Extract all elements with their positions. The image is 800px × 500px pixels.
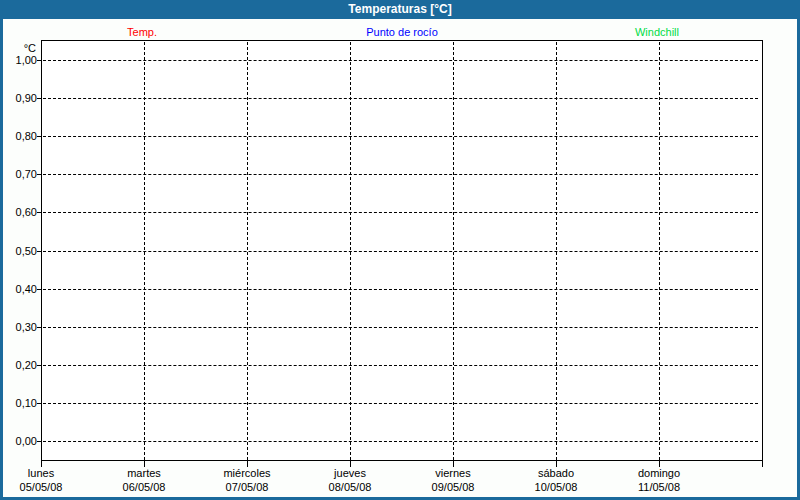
gridline-vertical — [144, 42, 145, 460]
x-axis-tick — [762, 461, 763, 467]
x-day-label: jueves — [334, 467, 366, 479]
y-axis-tick — [37, 441, 41, 442]
y-tick-label: 0,90 — [3, 92, 37, 104]
gridline-vertical — [247, 42, 248, 460]
y-tick-label: 0,20 — [3, 359, 37, 371]
x-axis-tick — [350, 461, 351, 467]
page-title: Temperaturas [°C] — [348, 2, 451, 16]
x-axis-tick — [556, 461, 557, 467]
legend-item-2: Punto de rocío — [366, 26, 438, 38]
chart-content-area: Temp.Punto de rocíoWindchill °C 1,000,90… — [3, 19, 797, 497]
y-axis-tick — [37, 365, 41, 366]
y-axis-tick — [37, 136, 41, 137]
y-tick-label: 0,80 — [3, 130, 37, 142]
x-day-label: sábado — [538, 467, 574, 479]
y-tick-label: 0,70 — [3, 168, 37, 180]
gridline-horizontal — [43, 174, 758, 175]
y-axis-tick — [37, 403, 41, 404]
x-date-label: 08/05/08 — [329, 481, 372, 493]
legend-item-1: Temp. — [127, 26, 157, 38]
legend-item-3: Windchill — [635, 26, 679, 38]
y-tick-label: 1,00 — [3, 54, 37, 66]
gridline-horizontal — [43, 441, 758, 442]
gridline-horizontal — [43, 327, 758, 328]
x-day-label: viernes — [435, 467, 470, 479]
gridline-horizontal — [43, 60, 758, 61]
x-day-label: lunes — [28, 467, 54, 479]
x-axis-tick — [41, 461, 42, 467]
x-date-label: 07/05/08 — [226, 481, 269, 493]
plot-area — [41, 40, 763, 461]
x-date-label: 10/05/08 — [535, 481, 578, 493]
gridline-horizontal — [43, 136, 758, 137]
x-day-label: martes — [127, 467, 161, 479]
gridline-vertical — [556, 42, 557, 460]
x-date-label: 05/05/08 — [20, 481, 63, 493]
x-axis-tick — [659, 461, 660, 467]
gridline-horizontal — [43, 365, 758, 366]
x-date-label: 06/05/08 — [123, 481, 166, 493]
y-axis-tick — [37, 60, 41, 61]
y-axis-tick — [37, 251, 41, 252]
y-tick-label: 0,50 — [3, 245, 37, 257]
gridline-vertical — [659, 42, 660, 460]
y-tick-label: 0,60 — [3, 206, 37, 218]
x-axis-tick — [453, 461, 454, 467]
x-axis-tick — [144, 461, 145, 467]
y-axis-tick — [37, 327, 41, 328]
x-day-label: domingo — [638, 467, 680, 479]
chart-window: Temperaturas [°C] Temp.Punto de rocíoWin… — [0, 0, 800, 500]
x-day-label: miércoles — [223, 467, 270, 479]
x-date-label: 11/05/08 — [638, 481, 680, 493]
window-titlebar: Temperaturas [°C] — [0, 0, 800, 19]
y-tick-label: 0,10 — [3, 397, 37, 409]
y-tick-label: 0,00 — [3, 435, 37, 447]
y-axis-tick — [37, 212, 41, 213]
y-tick-label: 0,40 — [3, 283, 37, 295]
gridline-horizontal — [43, 251, 758, 252]
y-axis-tick — [37, 289, 41, 290]
x-date-label: 09/05/08 — [432, 481, 475, 493]
gridline-horizontal — [43, 403, 758, 404]
gridline-horizontal — [43, 212, 758, 213]
x-axis-tick — [247, 461, 248, 467]
gridline-vertical — [453, 42, 454, 460]
gridline-vertical — [350, 42, 351, 460]
y-axis-unit-label: °C — [3, 42, 36, 54]
y-tick-label: 0,30 — [3, 321, 37, 333]
gridline-horizontal — [43, 289, 758, 290]
y-axis-tick — [37, 174, 41, 175]
y-axis-tick — [37, 98, 41, 99]
gridline-horizontal — [43, 98, 758, 99]
